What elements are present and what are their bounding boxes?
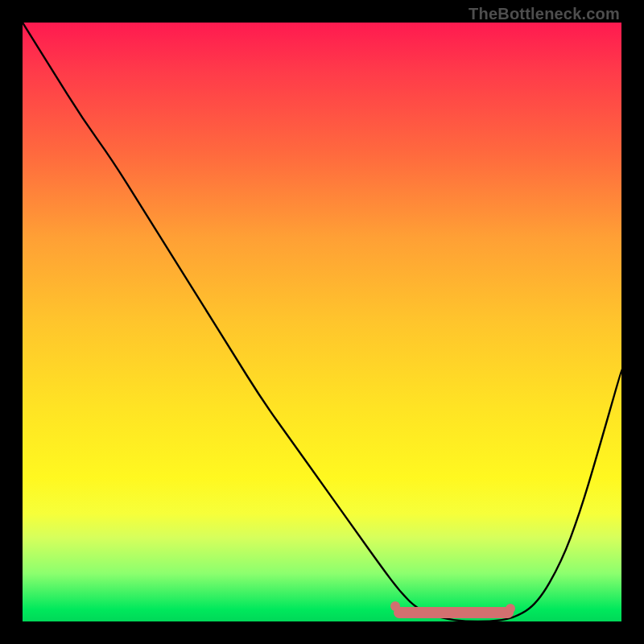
- watermark-text: TheBottleneck.com: [469, 5, 620, 23]
- chart-container: TheBottleneck.com: [0, 0, 644, 644]
- plot-area: [23, 23, 621, 621]
- highlight-dot-left: [390, 601, 400, 611]
- highlight-band: [394, 607, 514, 618]
- curve-svg: [23, 23, 621, 621]
- bottleneck-curve-path: [23, 23, 621, 621]
- highlight-dot-right: [506, 604, 515, 613]
